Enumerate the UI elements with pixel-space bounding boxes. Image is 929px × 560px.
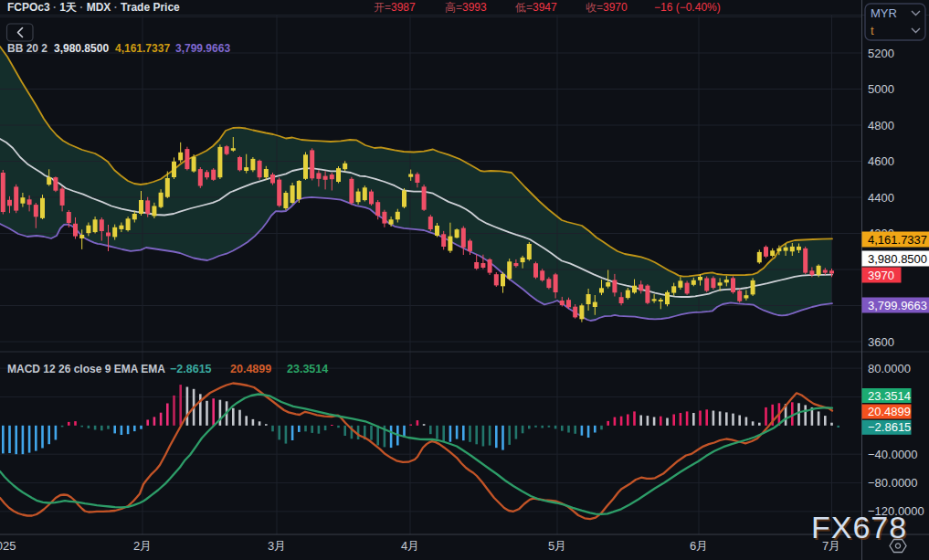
svg-text:−80.0000: −80.0000 [868, 476, 918, 490]
svg-text:20.4899: 20.4899 [868, 405, 911, 418]
svg-text:3,980.8500: 3,980.8500 [868, 252, 927, 266]
svg-text:5200: 5200 [868, 47, 894, 60]
svg-text:−2.8615: −2.8615 [868, 420, 911, 434]
svg-text:23.3514: 23.3514 [868, 389, 911, 403]
svg-text:低=3947: 低=3947 [515, 1, 557, 14]
svg-text:4,161.7337: 4,161.7337 [115, 42, 170, 55]
svg-text:4,161.7337: 4,161.7337 [868, 233, 927, 247]
svg-text:3970: 3970 [868, 269, 894, 282]
svg-text:−40.0000: −40.0000 [868, 448, 918, 461]
svg-text:7月: 7月 [822, 539, 840, 553]
svg-text:−16 (−0.40%): −16 (−0.40%) [654, 1, 721, 14]
svg-text:2025: 2025 [0, 539, 16, 553]
svg-text:3,980.8500: 3,980.8500 [54, 42, 109, 55]
svg-text:MACD 12 26 close 9 EMA EMA: MACD 12 26 close 9 EMA EMA [7, 363, 165, 375]
svg-text:2月: 2月 [133, 539, 152, 553]
svg-text:6月: 6月 [690, 539, 708, 553]
svg-text:4600: 4600 [868, 154, 894, 168]
svg-text:5000: 5000 [868, 82, 894, 96]
svg-text:4800: 4800 [868, 119, 894, 132]
svg-text:3600: 3600 [868, 335, 894, 349]
svg-text:4400: 4400 [868, 191, 894, 205]
svg-text:−2.8615: −2.8615 [170, 363, 212, 375]
svg-text:高=3993: 高=3993 [445, 1, 487, 14]
svg-text:20.4899: 20.4899 [230, 363, 271, 375]
svg-text:开=3987: 开=3987 [374, 1, 416, 14]
svg-text:−120.0000: −120.0000 [868, 504, 924, 518]
svg-text:3,799.9663: 3,799.9663 [175, 42, 230, 55]
svg-text:23.3514: 23.3514 [287, 363, 328, 375]
svg-text:80.0000: 80.0000 [868, 362, 911, 375]
svg-text:3,799.9663: 3,799.9663 [868, 299, 927, 312]
svg-text:t: t [871, 24, 874, 37]
svg-text:5月: 5月 [548, 539, 566, 553]
svg-text:FCPOc3 · 1天 · MDX · Trade Pric: FCPOc3 · 1天 · MDX · Trade Price [7, 1, 180, 14]
svg-text:BB 20 2: BB 20 2 [7, 42, 48, 55]
svg-text:MYR: MYR [871, 6, 897, 20]
svg-text:4月: 4月 [401, 539, 419, 553]
svg-text:3月: 3月 [268, 539, 286, 553]
svg-text:收=3970: 收=3970 [586, 1, 628, 14]
